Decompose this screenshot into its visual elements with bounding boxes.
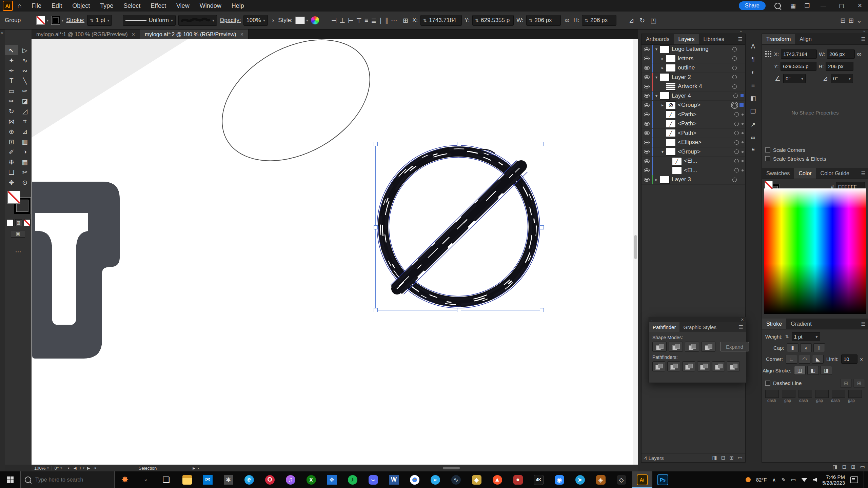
rotate-icon[interactable]: ↻ [638,17,646,24]
distribute-spacing-icon[interactable]: ⋯ [390,17,399,24]
photos-app-icon[interactable]: ❖ [321,471,342,488]
network-icon[interactable] [801,478,807,482]
panel-menu-icon[interactable]: ☰ [859,321,868,327]
isolate-icon[interactable]: ◳ [649,17,658,24]
stroke-panel-icon[interactable]: ≡ [751,82,755,89]
target-circle-icon[interactable] [734,159,739,163]
align-stroke-outside-icon[interactable]: ◨ [821,366,832,375]
layer-thumbnail[interactable] [666,148,676,156]
selection-chip[interactable] [742,123,744,125]
panel-tab[interactable]: Layers [674,34,699,44]
transform-grid-icon[interactable]: ⊞ [401,17,410,24]
selection-chip[interactable] [742,141,744,143]
selection-handle[interactable] [540,225,544,229]
volume-icon[interactable] [813,478,817,482]
crop-icon[interactable] [697,361,710,371]
tab-gradient[interactable]: Gradient [786,319,816,329]
y-input[interactable]: ⇅629.5355 p [472,15,514,26]
selection-chip[interactable] [742,151,744,153]
dock-footer-icon[interactable]: ⊟ [842,464,847,470]
layer-name[interactable]: letters [678,55,732,62]
hidden-icons-chevron[interactable]: ∧ [772,477,776,483]
style-dropdown[interactable]: ▾ [295,17,308,24]
close-tab-icon[interactable] [240,32,243,38]
edit-toolbar-icon[interactable]: ⋯ [5,248,32,256]
width-profile-dropdown[interactable]: Uniform▾ [123,15,176,26]
show-desktop-button[interactable] [864,471,866,488]
draw-mode-button[interactable]: ▣ [11,230,25,238]
dash-input[interactable] [765,390,779,398]
close-button[interactable]: ✕ [852,0,868,12]
search-icon[interactable] [774,3,781,9]
start-button[interactable] [0,471,20,488]
menu-item[interactable]: Edit [46,0,67,12]
share-button[interactable]: Share [739,1,766,10]
opacity-more-icon[interactable]: › [271,17,275,24]
mail-app-icon[interactable]: ✉ [197,471,218,488]
make-clipping-mask-icon[interactable]: ◨ [712,455,717,461]
workspace-switcher-icon[interactable]: ▦ [787,2,799,9]
divide-icon[interactable] [652,361,665,371]
xbox-app-icon[interactable]: x [301,471,321,488]
dock-footer-icon[interactable]: ⊞ [851,464,855,470]
curvature-tool[interactable]: ∾ [18,65,32,76]
target-circle-icon[interactable] [732,66,737,70]
layer-thumbnail[interactable] [660,73,670,81]
selection-chip[interactable] [741,94,744,97]
free-transform-tool[interactable]: ⌗ [18,116,32,126]
layer-thumbnail[interactable] [666,129,676,137]
target-circle-icon[interactable] [732,75,737,79]
fill-swatch-none[interactable] [7,191,20,204]
settings-app-icon[interactable]: ✱ [218,471,239,488]
visibility-eye-icon[interactable] [642,131,652,135]
clock[interactable]: 7:46 PM 5/28/2023 [822,474,845,486]
first-artboard-icon[interactable]: ⇤ [68,466,71,470]
merge-icon[interactable] [682,361,695,371]
layer-row[interactable]: Layer 3 [642,175,745,185]
panel-menu-icon[interactable]: ☰ [735,36,745,42]
steam-icon[interactable]: ∿ [446,471,466,488]
constrain-link-icon[interactable]: ∞ [857,50,862,58]
visibility-eye-icon[interactable] [642,141,652,144]
selection-tool[interactable]: ↖ [5,45,18,55]
color-spectrum[interactable] [764,188,866,314]
action-center-icon[interactable] [850,476,858,483]
zoom-icon[interactable]: ◉ [549,471,570,488]
pinned-app-2-icon[interactable]: ◆ [466,471,487,488]
selection-chip[interactable] [739,103,744,107]
stroke-weight-field[interactable]: ⇅1 pt▾ [87,15,112,26]
x-input[interactable]: ⇅1743.7184 [420,15,462,26]
illustrator-icon[interactable]: Ai [632,471,652,488]
pinned-app-3-icon[interactable]: ● [508,471,528,488]
artboard-tool[interactable]: ❏ [5,167,18,177]
expand-chevron-icon[interactable] [660,149,665,154]
layer-row[interactable]: <Group> [642,101,745,110]
layer-row[interactable]: <Path> [642,110,745,120]
music-app-icon[interactable]: ♫ [280,471,301,488]
menu-item[interactable]: Window [195,0,226,12]
visibility-eye-icon[interactable] [642,113,652,116]
layer-thumbnail[interactable] [660,176,670,184]
layer-name[interactable]: <Group> [678,148,734,155]
transform-y-input[interactable]: 629.5355 p [781,62,816,71]
perspective-grid-tool[interactable]: ⊿ [18,126,32,137]
layer-name[interactable]: Artwork 4 [678,83,732,90]
tab-transform[interactable]: Transform [762,34,795,44]
layer-thumbnail[interactable] [666,64,676,72]
dash-input[interactable] [832,390,845,398]
layer-name[interactable]: <Path> [678,120,734,127]
telegram-icon[interactable]: ➢ [425,471,446,488]
rotate-angle-dropdown[interactable]: 0°▾ [783,74,806,83]
vertical-scrollbar[interactable] [633,39,638,465]
transform-w-input[interactable]: 206 px [827,49,855,59]
weather-widget-icon[interactable]: ✸ [115,471,135,488]
pinned-app-icon[interactable]: ▫ [135,471,156,488]
align-stroke-inside-icon[interactable]: ◧ [807,366,819,375]
tab-pathfinder[interactable]: Pathfinder [649,322,679,332]
fill-color-dropdown[interactable]: ▾ [36,16,48,25]
canvas[interactable] [32,39,633,465]
illustrator-logo-icon[interactable]: Ai [3,1,13,11]
direct-selection-tool[interactable]: ▷ [18,45,32,55]
panel-tab[interactable]: Libraries [699,34,728,44]
visibility-eye-icon[interactable] [642,159,652,163]
